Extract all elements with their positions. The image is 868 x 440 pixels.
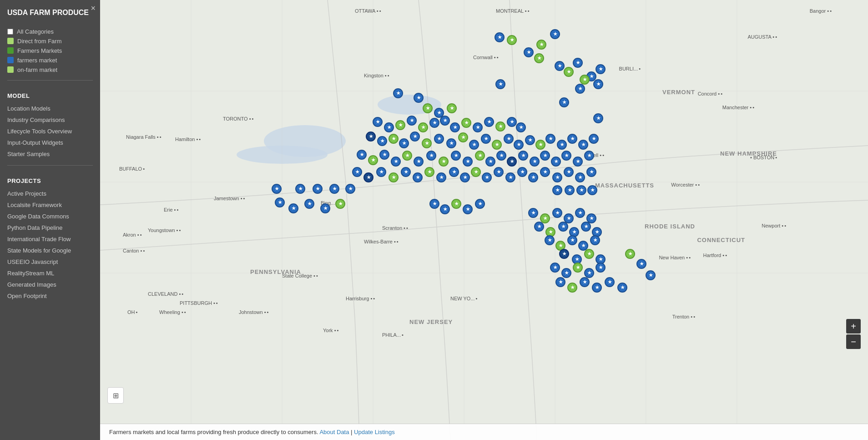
link-international-trade-flow[interactable]: International Trade Flow: [7, 233, 93, 245]
projects-header: PROJECTS: [7, 177, 93, 184]
link-lifecycle-tools[interactable]: Lifecycle Tools Overview: [7, 126, 93, 137]
link-location-models[interactable]: Location Models: [7, 103, 93, 114]
link-google-data-commons[interactable]: Google Data Commons: [7, 211, 93, 222]
category-on-farm-label: on-farm market: [17, 66, 57, 73]
category-farmers-markets-color: [7, 47, 14, 54]
category-direct[interactable]: Direct from Farm: [7, 36, 93, 46]
map-container[interactable]: OTTAWA • MONTREAL • Bangor • AUGUSTA • C…: [100, 0, 868, 440]
zoom-out-button[interactable]: −: [846, 334, 861, 349]
link-input-output[interactable]: Input-Output Widgets: [7, 137, 93, 148]
bottom-text: Farmers markets and local farms providin…: [109, 429, 318, 435]
category-all-checkbox[interactable]: [7, 29, 13, 35]
model-section: MODEL Location Models Industry Compariso…: [0, 84, 100, 162]
category-direct-label: Direct from Farm: [17, 38, 62, 45]
sidebar: × USDA FARM PRODUCE All Categories Direc…: [0, 0, 100, 440]
category-direct-color: [7, 38, 14, 44]
svg-point-2: [378, 95, 441, 115]
zoom-controls: + −: [846, 319, 861, 349]
link-state-models[interactable]: State Models for Google: [7, 245, 93, 256]
link-python-data-pipeline[interactable]: Python Data Pipeline: [7, 222, 93, 233]
divider-2: [7, 165, 93, 166]
link-useeio-javascript[interactable]: USEEIO Javascript: [7, 256, 93, 268]
category-farmers-markets[interactable]: Farmers Markets: [7, 46, 93, 56]
category-farmers-market[interactable]: farmers market: [7, 56, 93, 65]
map-background: [100, 0, 868, 440]
category-on-farm-color: [7, 66, 14, 73]
update-listings-link[interactable]: Update Listings: [354, 429, 395, 435]
zoom-in-button[interactable]: +: [846, 319, 861, 334]
category-farmers-market-color: [7, 57, 14, 63]
link-active-projects[interactable]: Active Projects: [7, 188, 93, 199]
bottom-bar: Farmers markets and local farms providin…: [100, 424, 868, 440]
app-title: USDA FARM PRODUCE: [0, 0, 100, 22]
link-open-footprint[interactable]: Open Footprint: [7, 290, 93, 302]
link-starter-samples[interactable]: Starter Samples: [7, 148, 93, 160]
layer-button[interactable]: ⊞: [107, 387, 124, 404]
categories-section: All Categories Direct from Farm Farmers …: [0, 22, 100, 76]
category-all[interactable]: All Categories: [7, 27, 93, 36]
link-localsite-framework[interactable]: Localsite Framework: [7, 199, 93, 211]
link-generated-images[interactable]: Generated Images: [7, 279, 93, 290]
projects-section: PROJECTS Active Projects Localsite Frame…: [0, 169, 100, 303]
link-realitystream-ml[interactable]: RealityStream ML: [7, 268, 93, 279]
close-button[interactable]: ×: [91, 4, 96, 13]
model-header: MODEL: [7, 92, 93, 99]
link-industry-comparisons[interactable]: Industry Comparisons: [7, 114, 93, 126]
category-all-label: All Categories: [17, 28, 54, 35]
category-farmers-markets-label: Farmers Markets: [17, 47, 62, 54]
divider-1: [7, 80, 93, 81]
category-on-farm[interactable]: on-farm market: [7, 65, 93, 75]
category-farmers-market-label: farmers market: [17, 57, 57, 64]
about-data-link[interactable]: About Data: [319, 429, 349, 435]
